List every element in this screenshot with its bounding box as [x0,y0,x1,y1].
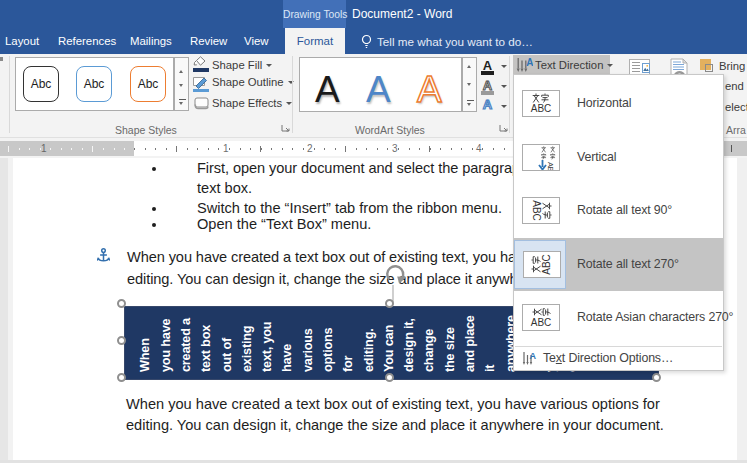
svg-text:A: A [530,351,537,361]
svg-text:A: A [526,57,533,68]
